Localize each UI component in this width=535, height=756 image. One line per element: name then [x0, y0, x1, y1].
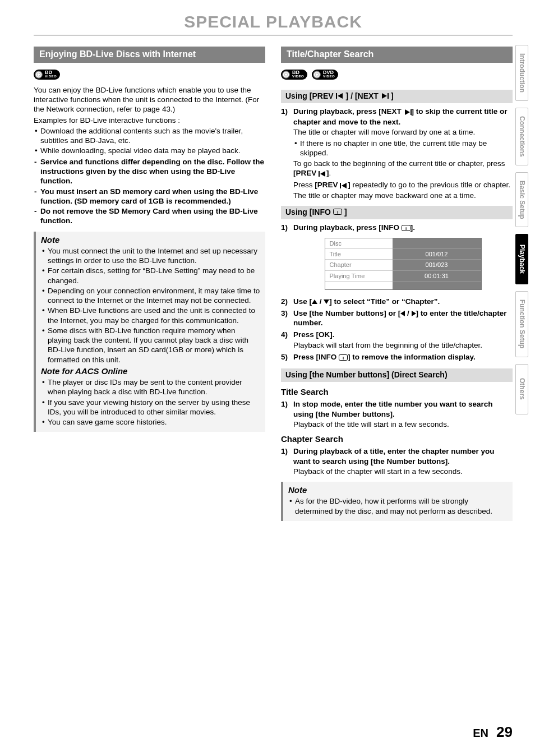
osd-value: 001/023: [393, 260, 481, 270]
list-item: As for the BD-video, how it performs wil…: [288, 496, 508, 516]
svg-marker-7: [320, 171, 325, 177]
list-item: If there is no chapter in one title, the…: [293, 139, 513, 158]
list-item: You must insert an SD memory card when u…: [34, 187, 265, 206]
tab-introduction[interactable]: Introduction: [515, 45, 528, 101]
info-osd-display: Disc Title001/012 Chapter001/023 Playing…: [325, 238, 482, 289]
up-arrow-icon: [312, 299, 317, 304]
osd-label: Disc: [325, 238, 393, 249]
direct-search-subheader: Using [the Number buttons] (Direct Searc…: [281, 368, 513, 382]
disc-icon: [313, 71, 321, 79]
bd-video-badge: BD VIDEO: [34, 70, 60, 80]
step-item: Press [OK]. Playback will start from the…: [281, 330, 513, 350]
list-item: You can save game score histories.: [41, 417, 260, 427]
osd-value: [393, 238, 481, 249]
list-item: When BD-Live functions are used and the …: [41, 306, 260, 325]
page-title: SPECIAL PLAYBACK: [34, 11, 513, 35]
left-column: Enjoying BD-Live Discs with Internet BD …: [34, 47, 265, 526]
step-item: During playback, press [INFO i]. Disc Ti…: [281, 223, 513, 290]
bd-live-bullets: Download the additional contents such as…: [34, 126, 265, 156]
osd-label: Playing Time: [325, 271, 393, 282]
list-item: Download the additional contents such as…: [34, 126, 265, 146]
svg-rect-8: [340, 183, 341, 188]
footer-page-number: 29: [496, 723, 513, 741]
bd-video-badge: BD VIDEO: [281, 70, 307, 80]
list-item: Some discs with BD-Live function require…: [41, 326, 260, 365]
footer: EN 29: [473, 723, 513, 741]
right-column: Title/Chapter Search BD VIDEO DVD VIDEO …: [281, 47, 513, 526]
list-item: You must connect the unit to the Interne…: [41, 246, 260, 266]
list-item: Service and functions differ depending o…: [34, 157, 265, 186]
left-section-header: Enjoying BD-Live Discs with Internet: [34, 47, 265, 62]
osd-value: 00:01:31: [393, 271, 481, 282]
osd-value: 001/012: [393, 249, 481, 260]
content-columns: Enjoying BD-Live Discs with Internet BD …: [34, 47, 513, 526]
tab-playback[interactable]: Playback: [515, 234, 528, 284]
svg-text:i: i: [337, 210, 338, 215]
skip-next-icon: [404, 108, 412, 117]
info-icon: i: [402, 224, 411, 233]
info-icon: i: [333, 208, 342, 218]
note-box: Note As for the BD-video, how it perform…: [281, 482, 513, 521]
title-search-header: Title Search: [281, 386, 513, 397]
list-item: For certain discs, setting for “BD-Live …: [41, 266, 260, 285]
step-item: Use [ / ] to select “Title” or “Chapter”…: [281, 297, 513, 306]
tab-basic-setup[interactable]: Basic Setup: [515, 172, 528, 228]
svg-text:i: i: [343, 355, 344, 360]
svg-text:i: i: [405, 226, 407, 231]
examples-label: Examples for BD-Live interactive functio…: [34, 116, 265, 125]
tab-connections[interactable]: Connections: [515, 108, 528, 165]
list-item: The player or disc IDs may be sent to th…: [41, 377, 260, 397]
info-icon: i: [339, 353, 348, 363]
chapter-search-steps: During playback of a title, enter the ch…: [281, 446, 513, 476]
left-arrow-icon: [400, 311, 405, 316]
right-arrow-icon: [412, 311, 416, 316]
using-prev-next-subheader: Using [PREV ] / [NEXT ]: [281, 90, 513, 103]
footer-lang: EN: [473, 726, 488, 741]
list-item: Depending on your connection environment…: [41, 286, 260, 306]
skip-prev-icon: [340, 181, 348, 191]
list-item: Do not remove the SD Memory Card when us…: [34, 206, 265, 226]
badge-sub: VIDEO: [45, 75, 57, 78]
disc-icon: [282, 71, 290, 79]
svg-rect-3: [388, 93, 389, 99]
down-arrow-icon: [324, 299, 329, 304]
osd-label: Chapter: [325, 260, 393, 270]
osd-label: Title: [325, 249, 393, 260]
skip-prev-icon: [336, 91, 344, 102]
list-item: If you save your viewing history on the …: [41, 398, 260, 417]
info-steps: During playback, press [INFO i]. Disc Ti…: [281, 223, 513, 363]
skip-prev-icon: [319, 169, 326, 179]
note-title: Note: [41, 234, 260, 245]
tab-others[interactable]: Others: [515, 364, 528, 414]
prev-next-steps: During playback, press [NEXT ] to skip t…: [281, 107, 513, 200]
step-item: Use [the Number buttons] or [ / ] to ent…: [281, 308, 513, 328]
using-info-subheader: Using [INFO i ]: [281, 206, 513, 219]
step-item: During playback, press [NEXT ] to skip t…: [281, 107, 513, 200]
side-tab-strip: Introduction Connections Basic Setup Pla…: [515, 45, 528, 414]
title-search-steps: In stop mode, enter the title number you…: [281, 399, 513, 429]
dvd-video-badge: DVD VIDEO: [312, 70, 338, 80]
step-item: Press [INFO i] to remove the information…: [281, 352, 513, 363]
note-box: Note You must connect the unit to the In…: [34, 232, 265, 432]
svg-marker-1: [338, 93, 343, 99]
step-item: In stop mode, enter the title number you…: [281, 399, 513, 429]
svg-marker-4: [405, 109, 410, 115]
chapter-search-header: Chapter Search: [281, 434, 513, 444]
step-item: During playback of a title, enter the ch…: [281, 446, 513, 476]
aacs-note-title: Note for AACS Online: [41, 366, 260, 376]
note-title: Note: [288, 485, 508, 495]
skip-next-icon: [381, 91, 389, 102]
svg-marker-2: [382, 93, 387, 99]
disc-icon: [35, 71, 43, 79]
intro-text: You can enjoy the BD-Live functions whic…: [34, 85, 265, 114]
right-section-header: Title/Chapter Search: [281, 47, 513, 62]
bd-live-dashes: Service and functions differ depending o…: [34, 157, 265, 226]
tab-function-setup[interactable]: Function Setup: [515, 291, 528, 357]
svg-rect-0: [336, 93, 337, 99]
svg-rect-6: [319, 171, 320, 177]
list-item: While downloading, special video data ma…: [34, 146, 265, 155]
svg-marker-9: [342, 183, 347, 188]
